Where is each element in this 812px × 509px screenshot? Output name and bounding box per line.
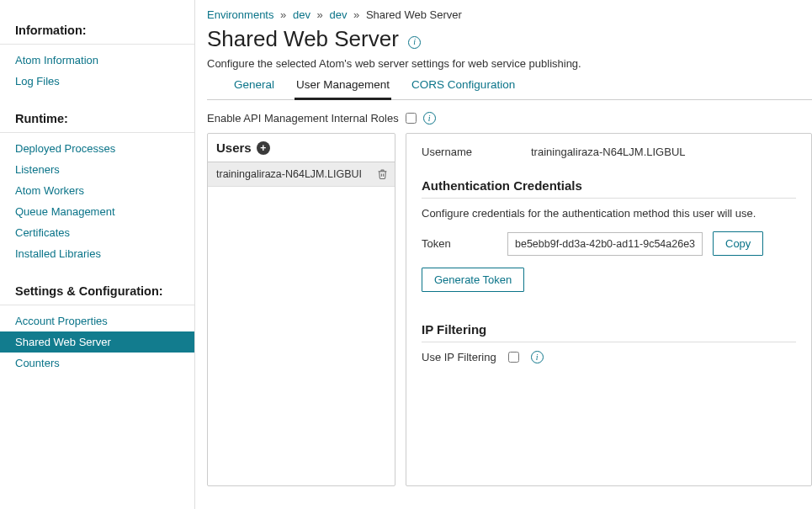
breadcrumb-current: Shared Web Server <box>366 8 462 21</box>
breadcrumb-link-environments[interactable]: Environments <box>207 8 273 21</box>
sidebar-item-shared-web-server[interactable]: Shared Web Server <box>0 331 194 353</box>
users-panel: Users + trainingaliraza-N64LJM.LIGBUI <box>207 133 395 486</box>
sidebar-group-title: Runtime: <box>0 103 194 133</box>
user-row[interactable]: trainingaliraza-N64LJM.LIGBUI <box>208 162 395 187</box>
breadcrumb-link-dev1[interactable]: dev <box>293 8 310 21</box>
breadcrumb-separator: » <box>317 8 323 21</box>
breadcrumb-separator: » <box>280 8 286 21</box>
username-label: Username <box>422 146 497 158</box>
plus-icon[interactable]: + <box>257 141 270 155</box>
ip-filtering-row: Use IP Filtering i <box>422 351 796 363</box>
breadcrumb-link-dev2[interactable]: dev <box>329 8 347 21</box>
sidebar-item-atom-information[interactable]: Atom Information <box>0 50 194 71</box>
sidebar-item-queue-management[interactable]: Queue Management <box>0 201 194 222</box>
auth-section-title: Authentication Credentials <box>422 178 796 199</box>
auth-section-desc: Configure credentials for the authentica… <box>422 207 796 220</box>
generate-token-button[interactable]: Generate Token <box>422 268 524 292</box>
main-content: Environments » dev » dev » Shared Web Se… <box>195 0 812 509</box>
sidebar-item-account-properties[interactable]: Account Properties <box>0 310 194 331</box>
users-panel-header: Users + <box>208 134 395 162</box>
sidebar-group-runtime: Runtime: Deployed Processes Listeners At… <box>0 103 194 264</box>
username-row: Username trainingaliraza-N64LJM.LIGBUL <box>422 146 796 158</box>
breadcrumb: Environments » dev » dev » Shared Web Se… <box>207 8 812 21</box>
token-label: Token <box>422 237 497 250</box>
page-title-text: Shared Web Server <box>207 26 399 51</box>
tab-general[interactable]: General <box>232 73 276 100</box>
trash-icon[interactable] <box>377 168 388 180</box>
sidebar-item-atom-workers[interactable]: Atom Workers <box>0 180 194 201</box>
sidebar-item-installed-libraries[interactable]: Installed Libraries <box>0 243 194 264</box>
tab-cors-configuration[interactable]: CORS Configuration <box>410 73 517 100</box>
sidebar: Information: Atom Information Log Files … <box>0 0 195 509</box>
use-ip-filtering-checkbox[interactable] <box>508 352 519 363</box>
breadcrumb-separator: » <box>353 8 359 21</box>
page-subtitle: Configure the selected Atom's web server… <box>207 57 812 70</box>
enable-roles-checkbox[interactable] <box>406 113 417 124</box>
token-input[interactable] <box>507 232 703 256</box>
token-row: Token Copy <box>422 231 796 256</box>
user-row-label: trainingaliraza-N64LJM.LIGBUI <box>216 168 362 180</box>
sidebar-group-title: Information: <box>0 15 194 45</box>
username-value: trainingaliraza-N64LJM.LIGBUL <box>531 146 686 158</box>
info-icon[interactable]: i <box>423 112 436 125</box>
details-panel: Username trainingaliraza-N64LJM.LIGBUL A… <box>406 133 812 486</box>
ip-section-title: IP Filtering <box>422 322 796 342</box>
sidebar-item-counters[interactable]: Counters <box>0 353 194 374</box>
users-panel-title: Users <box>216 141 252 155</box>
sidebar-item-log-files[interactable]: Log Files <box>0 71 194 92</box>
sidebar-item-certificates[interactable]: Certificates <box>0 222 194 243</box>
sidebar-item-listeners[interactable]: Listeners <box>0 159 194 180</box>
sidebar-group-settings: Settings & Configuration: Account Proper… <box>0 276 194 374</box>
panels: Users + trainingaliraza-N64LJM.LIGBUI <box>207 133 812 486</box>
page-title: Shared Web Server i <box>207 26 812 52</box>
tab-user-management[interactable]: User Management <box>295 73 391 100</box>
copy-button[interactable]: Copy <box>713 231 763 256</box>
use-ip-filtering-label: Use IP Filtering <box>422 351 496 363</box>
enable-roles-label: Enable API Management Internal Roles <box>207 112 399 125</box>
sidebar-item-deployed-processes[interactable]: Deployed Processes <box>0 138 194 159</box>
tabs: General User Management CORS Configurati… <box>207 73 812 100</box>
info-icon[interactable]: i <box>531 351 544 363</box>
info-icon[interactable]: i <box>408 36 421 49</box>
sidebar-group-title: Settings & Configuration: <box>0 276 194 305</box>
sidebar-group-information: Information: Atom Information Log Files <box>0 15 194 92</box>
enable-roles-row: Enable API Management Internal Roles i <box>207 100 812 133</box>
